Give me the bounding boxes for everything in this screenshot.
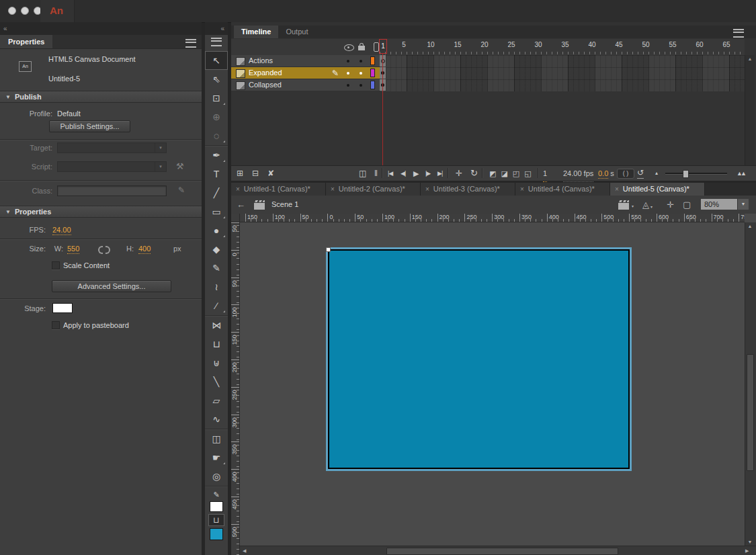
- layer-name[interactable]: Actions: [249, 56, 273, 65]
- pen-tool[interactable]: ✒: [205, 146, 228, 165]
- selection-anchor-handle[interactable]: [326, 247, 331, 252]
- play-button[interactable]: ▶: [413, 166, 419, 181]
- outline-column-icon[interactable]: [374, 42, 379, 52]
- oval-tool[interactable]: ●: [205, 221, 228, 240]
- scroll-left-icon[interactable]: ◀: [243, 546, 246, 555]
- subselection-tool[interactable]: ⇖: [205, 70, 228, 89]
- delete-layer-button[interactable]: ✘: [267, 166, 274, 181]
- advanced-settings-button[interactable]: Advanced Settings...: [52, 280, 171, 292]
- frame-rate-value[interactable]: 24.00 fps: [563, 166, 593, 182]
- link-width-height-icon[interactable]: [98, 245, 110, 253]
- rectangle-tool[interactable]: ▭: [205, 202, 228, 221]
- fill-color-swatch[interactable]: [210, 528, 223, 540]
- layer-color-swatch[interactable]: [370, 69, 375, 77]
- timeline-scrollbar[interactable]: ▲: [745, 55, 755, 165]
- lock-column-icon[interactable]: [358, 46, 365, 50]
- layer-lock-dot[interactable]: [360, 60, 362, 62]
- script-wrench-icon[interactable]: ⚒: [176, 161, 184, 171]
- horizontal-ruler[interactable]: 1501005005010015020025030035040045050055…: [240, 214, 745, 222]
- keyframe-cell[interactable]: [380, 67, 386, 79]
- fps-value[interactable]: 24.00: [52, 226, 71, 235]
- close-tab-icon[interactable]: ×: [425, 183, 429, 196]
- visibility-column-icon[interactable]: [344, 44, 354, 51]
- camera-tool[interactable]: ◫: [205, 429, 228, 448]
- doc-tab-untitled-5[interactable]: × Untitled-5 (Canvas)*: [610, 183, 705, 196]
- loop-range-toggle[interactable]: ( ): [617, 169, 634, 179]
- minimize-button[interactable]: [21, 7, 29, 15]
- timeline-menu-icon[interactable]: [733, 29, 744, 38]
- layer-visibility-dot[interactable]: [347, 84, 349, 87]
- document-name[interactable]: Untitled-5: [48, 75, 80, 83]
- playhead[interactable]: 1: [379, 39, 387, 54]
- width-value[interactable]: 550: [67, 245, 79, 254]
- collapse-panel-button[interactable]: «: [3, 25, 7, 32]
- keyframe-cell[interactable]: [380, 55, 386, 67]
- center-frame-button[interactable]: ✛: [456, 166, 462, 181]
- close-tab-icon[interactable]: ×: [520, 183, 524, 196]
- loop-playback-button[interactable]: ↻: [470, 166, 478, 181]
- doc-tab-untitled-2[interactable]: × Untitled-2 (Canvas)*: [326, 183, 421, 196]
- class-input[interactable]: [57, 185, 167, 196]
- doc-tab-untitled-1[interactable]: × Untitled-1 (Canvas)*: [231, 183, 326, 196]
- 3d-rotation-tool[interactable]: ⊕: [205, 108, 228, 126]
- doc-tab-untitled-3[interactable]: × Untitled-3 (Canvas)*: [421, 183, 515, 196]
- layer-visibility-dot[interactable]: [347, 60, 349, 62]
- scroll-up-icon[interactable]: ▲: [745, 55, 755, 63]
- polystar-tool[interactable]: ◆: [205, 240, 228, 259]
- scale-content-checkbox[interactable]: [52, 261, 60, 269]
- new-folder-button[interactable]: ⊟: [252, 166, 259, 181]
- tab-output[interactable]: Output: [278, 26, 315, 38]
- paint-bucket-tool[interactable]: ⊔: [205, 335, 228, 353]
- bone-tool[interactable]: ⋈: [205, 316, 228, 335]
- fluid-brush-tool[interactable]: ≀: [205, 278, 228, 296]
- edit-symbols-button[interactable]: ◬▾: [642, 196, 653, 214]
- reset-timeline-zoom-button[interactable]: ↺: [637, 166, 644, 179]
- line-tool[interactable]: ╱: [205, 183, 228, 202]
- stroke-color-swatch[interactable]: [210, 501, 223, 512]
- tab-properties[interactable]: Properties: [0, 35, 52, 48]
- zoom-level-field[interactable]: 80%: [701, 199, 737, 210]
- layer-color-swatch[interactable]: [370, 81, 375, 89]
- layer-name[interactable]: Expanded: [249, 69, 282, 77]
- zoom-dropdown-button[interactable]: ▼: [737, 199, 749, 210]
- timeline-layer-row[interactable]: Collapsed: [231, 79, 745, 91]
- timeline-layer-row[interactable]: Expanded ✎: [231, 67, 745, 79]
- go-to-first-frame-button[interactable]: |◀: [388, 166, 392, 181]
- properties-section-header[interactable]: ▼Properties: [0, 206, 202, 218]
- onion-skin-button[interactable]: ◩: [489, 166, 496, 181]
- scroll-up-icon[interactable]: ▲: [745, 224, 755, 228]
- edit-scene-button[interactable]: ▾: [618, 196, 634, 214]
- close-tab-icon[interactable]: ×: [615, 183, 619, 196]
- selection-tool[interactable]: ↖: [205, 51, 228, 70]
- close-button[interactable]: [8, 7, 16, 15]
- tools-menu-icon[interactable]: [211, 38, 222, 46]
- height-value[interactable]: 400: [138, 245, 151, 254]
- stage-color-swatch[interactable]: [52, 303, 73, 313]
- apply-pasteboard-checkbox[interactable]: [52, 321, 60, 329]
- new-layer-button[interactable]: ⊞: [237, 166, 243, 181]
- center-stage-button[interactable]: ✛: [667, 196, 674, 214]
- vertical-scroll-thumb[interactable]: [747, 354, 754, 471]
- fill-bucket-icon[interactable]: ⊔: [208, 514, 224, 526]
- current-frame-value[interactable]: 1: [543, 166, 547, 182]
- horizontal-scrollbar[interactable]: ◀ ▶: [240, 546, 756, 555]
- canvas-area[interactable]: 1501005005010015020025030035040045050055…: [231, 214, 756, 555]
- timeline-zoom-slider-thumb[interactable]: [683, 170, 689, 178]
- horizontal-scroll-thumb[interactable]: [386, 548, 618, 555]
- classic-brush-tool[interactable]: ∕: [205, 296, 228, 316]
- layer-lock-dot[interactable]: [360, 84, 362, 87]
- eraser-tool[interactable]: ▱: [205, 391, 228, 410]
- hand-tool[interactable]: ☛: [205, 448, 228, 467]
- vertical-ruler[interactable]: 50050100150200250300350400450500: [231, 222, 240, 555]
- lasso-tool[interactable]: ◌: [205, 126, 228, 146]
- tab-timeline[interactable]: Timeline: [234, 26, 278, 38]
- onion-skin-outlines-button[interactable]: ◪: [501, 166, 507, 181]
- publish-settings-button[interactable]: Publish Settings...: [49, 120, 130, 132]
- text-tool[interactable]: T: [205, 165, 228, 183]
- scroll-down-icon[interactable]: ▼: [745, 540, 755, 544]
- modify-markers-button[interactable]: ◱: [524, 166, 531, 181]
- zoom-tool[interactable]: ◎: [205, 467, 228, 486]
- go-to-last-frame-button[interactable]: ▶|: [437, 166, 442, 181]
- scroll-right-icon[interactable]: ▶: [745, 546, 749, 555]
- show-markers-button[interactable]: ‖: [374, 166, 378, 181]
